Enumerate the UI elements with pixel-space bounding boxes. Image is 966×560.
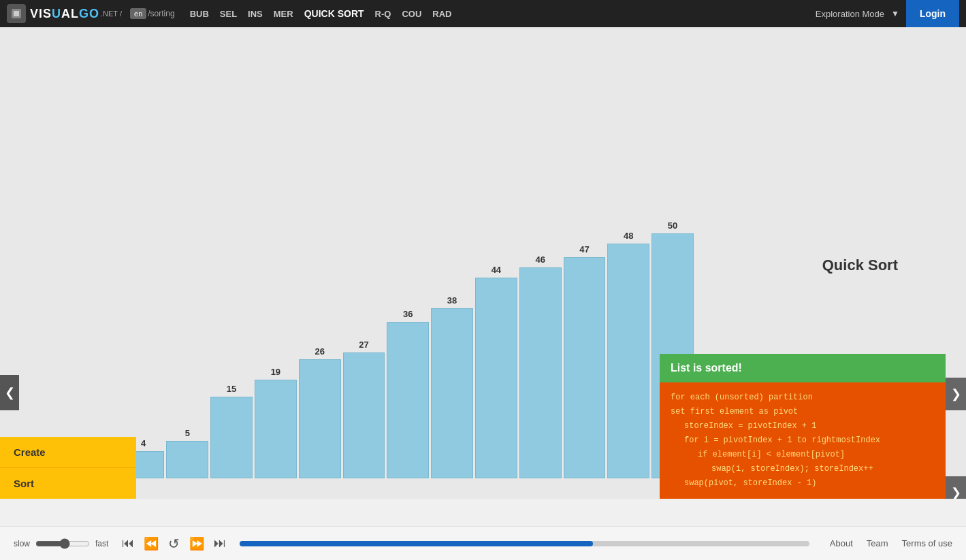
skip-end-button[interactable]: ⏭ (214, 536, 226, 550)
bar-label: 5 (185, 428, 190, 438)
bar-item: 46 (519, 254, 562, 478)
bar-rect (475, 278, 517, 478)
logo-area: VISUALGO .NET / (7, 4, 122, 23)
nav-bub[interactable]: BUB (187, 7, 212, 20)
code-line: swap(i, storeIndex); storeIndex++ (671, 462, 935, 476)
skip-start-button[interactable]: ⏮ (122, 536, 134, 550)
bar-item: 27 (343, 340, 385, 478)
bar-label: 36 (403, 309, 413, 319)
path-text: /sorting (148, 9, 174, 18)
bar-rect (519, 267, 562, 478)
code-line: set first element as pivot (671, 405, 935, 419)
progress-bar-fill (240, 541, 593, 546)
bar-item: 38 (431, 295, 473, 478)
bar-label: 47 (579, 244, 589, 254)
code-line: for each (unsorted) partition (671, 391, 935, 405)
main-area: 23451519262736384446474850 Quick Sort Li… (0, 27, 966, 499)
header-right: Exploration Mode ▼ Login (816, 0, 959, 27)
bottom-left-panel: Create Sort (0, 437, 136, 499)
bar-label: 15 (227, 384, 236, 394)
nav-mer[interactable]: MER (271, 7, 296, 20)
bar-rect (210, 397, 253, 478)
bar-label: 4 (141, 438, 146, 448)
speed-fast-label: fast (95, 539, 108, 548)
logo-text: VISUALGO (30, 7, 99, 21)
nav-sel[interactable]: SEL (217, 7, 240, 20)
bar-label: 27 (359, 340, 368, 350)
speed-section: slow fast (14, 538, 108, 549)
bar-rect (166, 441, 208, 478)
playback-controls: ⏮ ⏪ ↺ ⏩ ⏭ (122, 536, 226, 552)
nav-cou[interactable]: COU (399, 7, 424, 20)
team-link[interactable]: Team (867, 538, 888, 548)
header: VISUALGO .NET / en /sorting BUB SEL INS … (0, 0, 966, 27)
bar-label: 44 (492, 265, 501, 275)
bar-item: 19 (255, 367, 297, 478)
bar-item: 26 (299, 346, 341, 478)
panel-next-arrow[interactable]: ❯ (946, 378, 966, 410)
about-link[interactable]: About (830, 538, 853, 548)
bar-label: 50 (668, 220, 677, 231)
logo-icon (7, 4, 26, 23)
code-line: if element[i] < element[pivot] (671, 448, 935, 462)
bar-label: 26 (315, 346, 324, 357)
replay-button[interactable]: ↺ (168, 536, 180, 552)
bar-item: 48 (607, 231, 649, 478)
progress-bar[interactable] (240, 541, 809, 546)
bar-rect (299, 359, 341, 478)
code-panel: for each (unsorted) partitionset first e… (660, 382, 946, 499)
code-line: storeIndex = pivotIndex + 1 (671, 419, 935, 433)
sort-button[interactable]: Sort (0, 468, 136, 499)
progress-section (240, 541, 809, 546)
code-line: swap(pivot, storeIndex - 1) (671, 476, 935, 491)
terms-link[interactable]: Terms of use (902, 538, 952, 548)
status-text: List is sorted! (671, 362, 742, 374)
bar-rect (255, 380, 297, 478)
code-line: for i = pivotIndex + 1 to rightmostIndex (671, 433, 935, 448)
bar-item: 5 (166, 428, 208, 478)
step-forward-button[interactable]: ⏩ (189, 536, 204, 551)
login-button[interactable]: Login (906, 0, 959, 27)
bottom-toolbar: slow fast ⏮ ⏪ ↺ ⏩ ⏭ About Team Terms of … (0, 526, 966, 560)
svg-rect-1 (14, 11, 19, 16)
bar-item: 47 (564, 244, 606, 478)
nav-quick[interactable]: QUICK SORT (302, 7, 367, 20)
bar-item: 36 (387, 309, 429, 478)
speed-slider[interactable] (35, 538, 90, 549)
bar-rect (431, 308, 473, 478)
bar-rect (564, 257, 606, 478)
info-panel: List is sorted! for each (unsorted) part… (660, 354, 946, 499)
nav-ins[interactable]: INS (245, 7, 265, 20)
bar-chart: 23451519262736384446474850 (27, 27, 694, 499)
bar-label: 19 (271, 367, 280, 377)
bar-item: 44 (475, 265, 517, 478)
nav-rq[interactable]: R-Q (372, 7, 394, 20)
bar-rect (607, 244, 649, 478)
bar-rect (387, 322, 429, 478)
lang-badge[interactable]: en (130, 8, 146, 19)
exploration-mode[interactable]: Exploration Mode (816, 9, 884, 19)
logo-net: .NET / (101, 10, 122, 18)
status-bar: List is sorted! (660, 354, 946, 382)
create-button[interactable]: Create (0, 437, 136, 468)
bar-rect (343, 352, 385, 478)
left-nav-arrow[interactable]: ❮ (0, 375, 19, 410)
bar-label: 38 (447, 295, 457, 306)
nav-links: BUB SEL INS MER QUICK SORT R-Q COU RAD (187, 7, 455, 20)
nav-rad[interactable]: RAD (430, 7, 454, 20)
code-next-arrow[interactable]: ❯ (946, 476, 966, 499)
bar-label: 46 (535, 254, 545, 265)
bar-item: 15 (210, 384, 253, 478)
step-back-button[interactable]: ⏪ (144, 536, 159, 551)
bar-label: 48 (624, 231, 633, 241)
footer-links: About Team Terms of use (830, 538, 952, 548)
speed-slow-label: slow (14, 539, 30, 548)
algorithm-title: Quick Sort (816, 250, 925, 281)
